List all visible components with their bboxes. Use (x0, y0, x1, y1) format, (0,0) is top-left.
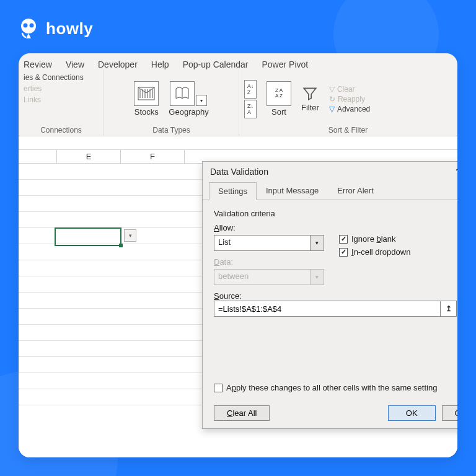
ok-button[interactable]: OK (388, 405, 436, 421)
filter-icon (302, 86, 318, 102)
sort-button[interactable]: Z AA Z Sort (267, 81, 291, 117)
tab-input-message[interactable]: Input Message (257, 182, 328, 200)
group-connections: Connections (24, 125, 99, 134)
fill-handle[interactable] (119, 244, 123, 247)
allow-label: Allow: (214, 223, 324, 232)
source-label: Source: (214, 291, 242, 301)
validation-criteria-label: Validation criteria (214, 209, 457, 218)
group-sortfilter: Sort & Filter (244, 125, 452, 134)
selected-cell[interactable] (55, 227, 121, 246)
geography-button[interactable]: ▾ Geography (169, 81, 208, 117)
filter-advanced[interactable]: Advanced (337, 105, 370, 113)
stocks-button[interactable]: Stocks (134, 81, 159, 117)
apply-all-checkbox[interactable]: Apply these changes to all other cells w… (214, 383, 457, 392)
tab-review[interactable]: Review (24, 60, 52, 69)
dialog-help-button[interactable]: ? (456, 167, 457, 177)
ribbon: ies & Connections erties Links Connectio… (19, 69, 457, 136)
excel-window: Review View Developer Help Pop-up Calend… (19, 53, 457, 457)
svg-point-2 (30, 24, 34, 28)
cancel-button[interactable]: C (442, 405, 457, 421)
allow-value: List (214, 236, 310, 250)
filter-clear: Clear (337, 85, 355, 94)
svg-point-1 (24, 24, 28, 28)
clear-all-button[interactable]: Clear All (214, 405, 270, 421)
data-select: between ▾ (214, 269, 324, 285)
sort-icon: Z AA Z (267, 81, 291, 106)
formula-bar[interactable] (19, 136, 457, 150)
filter-button[interactable]: Filter (301, 86, 319, 112)
tab-view[interactable]: View (66, 60, 84, 69)
queries-connections[interactable]: ies & Connections (24, 73, 99, 82)
properties: erties (24, 84, 99, 93)
brand-logo: howly (17, 17, 93, 40)
group-datatypes: Data Types (109, 125, 234, 134)
data-validation-dialog: Data Validation ? Settings Input Message… (202, 161, 457, 429)
sort-label: Sort (271, 107, 286, 117)
chevron-down-icon[interactable]: ▾ (310, 236, 324, 250)
col-header-e[interactable]: E (57, 150, 121, 163)
dialog-title: Data Validation (210, 167, 268, 177)
tab-power-pivot[interactable]: Power Pivot (262, 60, 308, 69)
ignore-blank-checkbox[interactable]: ✓Ignore blank (339, 234, 410, 244)
checkbox-icon: ✓ (339, 235, 348, 244)
ribbon-tabs: Review View Developer Help Pop-up Calend… (19, 53, 457, 69)
tab-error-alert[interactable]: Error Alert (328, 182, 383, 200)
brand-name: howly (46, 19, 93, 38)
svg-point-0 (21, 19, 36, 33)
data-value: between (214, 270, 310, 284)
stocks-label: Stocks (134, 107, 159, 117)
range-picker-icon[interactable]: ↥ (440, 301, 456, 316)
source-input[interactable] (214, 301, 440, 316)
checkbox-icon: ✓ (339, 248, 348, 257)
geography-dropdown[interactable]: ▾ (196, 95, 207, 106)
reapply-icon: ↻ (329, 95, 335, 104)
sort-az-za[interactable]: A↓Z Z↓A (244, 80, 257, 118)
advanced-icon: ▽ (329, 105, 335, 113)
checkbox-icon (214, 384, 223, 392)
col-header-f[interactable]: F (121, 150, 185, 163)
links: Links (24, 95, 99, 104)
tab-settings[interactable]: Settings (209, 182, 257, 200)
tab-developer[interactable]: Developer (98, 60, 138, 69)
sort-asc-icon[interactable]: A↓Z (244, 80, 257, 99)
geography-icon (170, 81, 195, 106)
stocks-icon (134, 81, 159, 106)
allow-select[interactable]: List ▾ (214, 235, 324, 251)
tab-help[interactable]: Help (151, 60, 169, 69)
clear-icon: ▽ (329, 85, 335, 94)
owl-icon (17, 17, 40, 40)
filter-label: Filter (301, 103, 319, 112)
filter-reapply: Reapply (338, 95, 365, 104)
geography-label: Geography (169, 107, 208, 117)
incell-dropdown-checkbox[interactable]: ✓In-cell dropdown (339, 247, 410, 257)
tab-popup-calendar[interactable]: Pop-up Calendar (183, 60, 249, 69)
chevron-down-icon: ▾ (310, 270, 324, 284)
sort-desc-icon[interactable]: Z↓A (244, 100, 257, 118)
data-label: Data: (214, 257, 324, 267)
cell-dropdown-arrow[interactable]: ▾ (124, 229, 136, 242)
